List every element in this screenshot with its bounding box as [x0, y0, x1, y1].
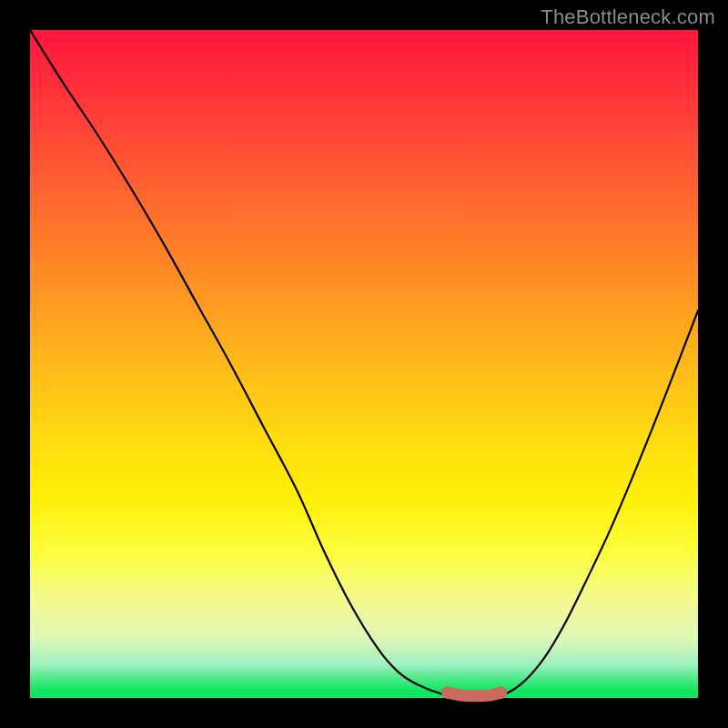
chart-frame: TheBottleneck.com — [0, 0, 728, 728]
optimal-range-line — [448, 693, 501, 696]
optimal-range-endpoint — [495, 686, 507, 698]
chart-svg — [30, 30, 698, 698]
optimal-range-endpoint — [441, 686, 453, 698]
optimal-range-markers — [441, 686, 507, 698]
watermark-text: TheBottleneck.com — [541, 5, 715, 29]
bottleneck-curve — [30, 30, 698, 697]
